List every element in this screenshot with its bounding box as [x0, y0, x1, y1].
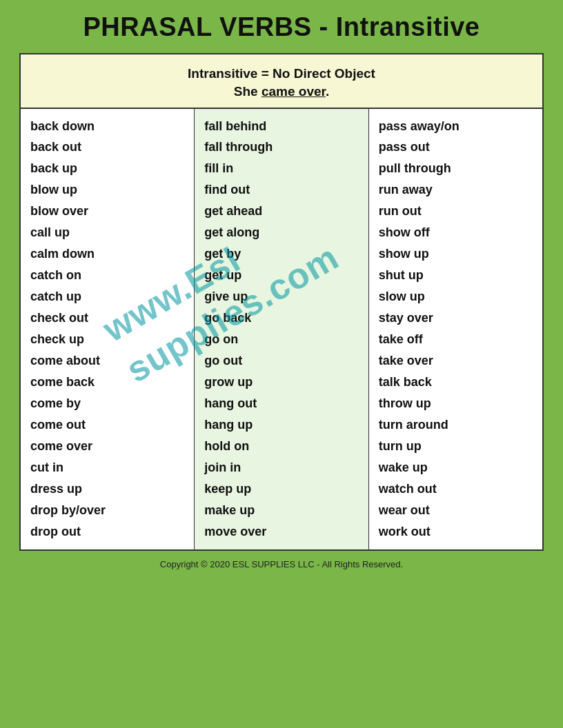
- list-item: hold on: [204, 436, 358, 457]
- list-item: hang up: [204, 414, 358, 436]
- list-item: catch on: [30, 265, 184, 286]
- list-item: show up: [379, 243, 533, 265]
- columns-row: back downback outback upblow upblow over…: [21, 109, 542, 549]
- list-item: go back: [204, 307, 358, 329]
- list-item: take off: [379, 329, 533, 350]
- list-item: check up: [30, 329, 184, 350]
- list-item: fall behind: [204, 116, 358, 137]
- list-item: shut up: [379, 265, 533, 286]
- list-item: call up: [30, 222, 184, 243]
- example-suffix: .: [326, 84, 329, 99]
- list-item: blow over: [30, 201, 184, 222]
- list-item: cut in: [30, 457, 184, 478]
- list-item: throw up: [379, 393, 533, 414]
- list-item: slow up: [379, 286, 533, 307]
- list-item: check out: [30, 307, 184, 329]
- column-right: pass away/onpass outpull throughrun away…: [369, 109, 542, 549]
- list-item: pass away/on: [379, 116, 533, 137]
- example-phrase: came over: [261, 84, 326, 99]
- list-item: dress up: [30, 478, 184, 500]
- list-item: catch up: [30, 286, 184, 307]
- list-item: drop out: [30, 521, 184, 543]
- list-item: pull through: [379, 158, 533, 179]
- header-row: Intransitive = No Direct Object She came…: [21, 54, 542, 109]
- list-item: back down: [30, 116, 184, 137]
- list-item: find out: [204, 179, 358, 201]
- list-item: come by: [30, 393, 184, 414]
- list-item: run out: [379, 201, 533, 222]
- list-item: move over: [204, 521, 358, 543]
- list-item: grow up: [204, 372, 358, 393]
- column-middle: fall behindfall throughfill infind outge…: [195, 109, 368, 549]
- list-item: come about: [30, 350, 184, 372]
- list-item: calm down: [30, 243, 184, 265]
- list-item: turn up: [379, 436, 533, 457]
- list-item: get ahead: [204, 201, 358, 222]
- list-item: blow up: [30, 179, 184, 201]
- list-item: go on: [204, 329, 358, 350]
- list-item: come back: [30, 372, 184, 393]
- list-item: come over: [30, 436, 184, 457]
- list-item: hang out: [204, 393, 358, 414]
- definition-text: Intransitive = No Direct Object: [28, 64, 535, 84]
- list-item: talk back: [379, 372, 533, 393]
- list-item: come out: [30, 414, 184, 436]
- list-item: back up: [30, 158, 184, 179]
- list-item: give up: [204, 286, 358, 307]
- footer-text: Copyright © 2020 ESL SUPPLIES LLC - All …: [19, 559, 544, 569]
- main-table: Intransitive = No Direct Object She came…: [19, 53, 544, 551]
- list-item: run away: [379, 179, 533, 201]
- page-title: PHRASAL VERBS - Intransitive: [19, 12, 544, 42]
- list-item: fall through: [204, 136, 358, 158]
- list-item: get along: [204, 222, 358, 243]
- list-item: watch out: [379, 478, 533, 500]
- list-item: stay over: [379, 307, 533, 329]
- list-item: keep up: [204, 478, 358, 500]
- example-text: She came over.: [28, 84, 535, 99]
- list-item: wear out: [379, 500, 533, 521]
- list-item: go out: [204, 350, 358, 372]
- list-item: take over: [379, 350, 533, 372]
- column-left: back downback outback upblow upblow over…: [21, 109, 195, 549]
- list-item: work out: [379, 521, 533, 543]
- list-item: get up: [204, 265, 358, 286]
- list-item: show off: [379, 222, 533, 243]
- list-item: pass out: [379, 136, 533, 158]
- list-item: make up: [204, 500, 358, 521]
- list-item: drop by/over: [30, 500, 184, 521]
- example-prefix: She: [234, 84, 261, 99]
- list-item: fill in: [204, 158, 358, 179]
- list-item: wake up: [379, 457, 533, 478]
- list-item: join in: [204, 457, 358, 478]
- list-item: back out: [30, 136, 184, 158]
- list-item: turn around: [379, 414, 533, 436]
- list-item: get by: [204, 243, 358, 265]
